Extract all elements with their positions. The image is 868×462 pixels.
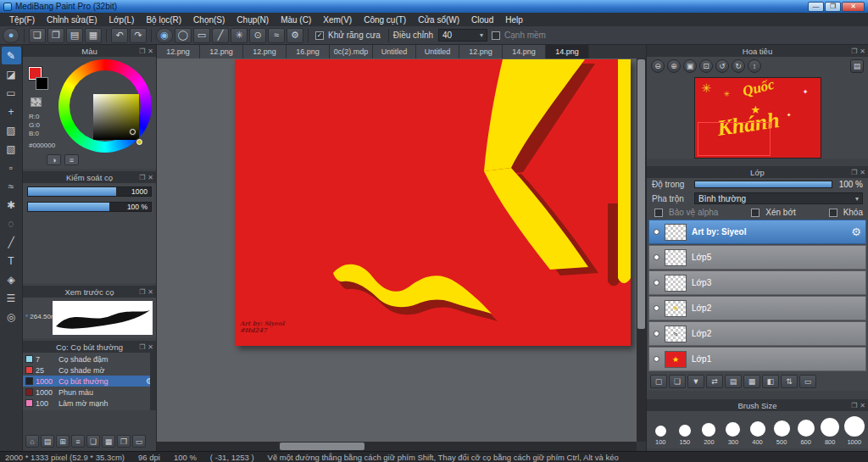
brush-tool[interactable]: ✎ xyxy=(2,47,21,64)
vertical-scrollbar[interactable] xyxy=(637,58,646,442)
softedge-checkbox[interactable] xyxy=(492,31,500,40)
lock-checkbox[interactable] xyxy=(829,209,837,217)
layer-row[interactable]: Lớp3 xyxy=(648,270,866,295)
stabilizer-button[interactable]: ◯ xyxy=(175,28,192,43)
document-tab[interactable]: 12.png xyxy=(200,45,243,58)
visibility-toggle[interactable] xyxy=(654,254,659,260)
menu-file[interactable]: Tệp(F) xyxy=(3,14,41,25)
navigator-thumbnail[interactable]: ✳ ✳ Quốc ★ Khánh ✦ ✦ xyxy=(694,77,821,159)
vanish-snap-button[interactable]: ⊙ xyxy=(249,28,266,43)
zoom-fit-button[interactable]: ▣ xyxy=(683,59,697,73)
antialias-checkbox[interactable]: ✓ xyxy=(315,31,324,40)
transfer-layer-button[interactable]: ⇄ xyxy=(706,375,723,388)
menu-edit[interactable]: Chỉnh sửa(E) xyxy=(41,14,103,25)
menu-select[interactable]: Chọn(S) xyxy=(187,14,231,25)
fill-tool[interactable]: ▨ xyxy=(2,121,21,139)
brush-item-selected[interactable]: 1000 Cọ bút thường ⚙ xyxy=(23,376,156,387)
document-tab[interactable]: Untitled xyxy=(416,45,459,58)
brush-size-option[interactable]: 150 xyxy=(673,413,698,446)
saturation-value-square[interactable] xyxy=(93,94,139,140)
brush-size-option[interactable]: 200 xyxy=(697,413,721,446)
layer-row[interactable]: ≈ Lớp2 xyxy=(648,321,866,346)
layer-row-selected[interactable]: Art by: Siyeol ⚙ xyxy=(648,220,866,244)
close-icon[interactable]: ✕ xyxy=(860,169,865,176)
popout-icon[interactable]: ❐ xyxy=(139,288,145,296)
mask-button[interactable]: ◧ xyxy=(762,375,779,388)
document-tab[interactable]: 12.png xyxy=(157,45,200,58)
popout-icon[interactable]: ❐ xyxy=(139,174,145,181)
close-icon[interactable]: ✕ xyxy=(860,47,865,55)
document-tab[interactable]: 0c(2).mdp xyxy=(330,45,373,58)
menu-window[interactable]: Cửa sổ(W) xyxy=(412,14,465,25)
brush-folder-button[interactable]: ❐ xyxy=(117,435,131,448)
zoom-tool[interactable]: ◎ xyxy=(2,308,21,326)
rotate-right-button[interactable]: ↻ xyxy=(732,59,745,73)
add-brush-button[interactable]: ⊞ xyxy=(56,435,70,448)
maximize-button[interactable]: ❐ xyxy=(825,2,841,12)
reset-view-button[interactable]: ↕ xyxy=(748,59,761,73)
layer-opacity-slider[interactable] xyxy=(694,181,832,188)
duplicate-layer-button[interactable]: ❏ xyxy=(669,375,686,388)
duplicate-brush-button[interactable]: ❏ xyxy=(86,435,100,448)
brush-size-option[interactable]: 600 xyxy=(793,413,818,446)
comment-list-button[interactable]: ❐ xyxy=(47,28,64,43)
merge-down-button[interactable]: ▼ xyxy=(687,375,704,388)
horizontal-scrollbar[interactable] xyxy=(157,442,637,451)
vscroll-thumb[interactable] xyxy=(637,59,645,329)
move-tool[interactable]: + xyxy=(2,103,21,120)
brush-grid-button[interactable]: ▦ xyxy=(102,435,115,448)
clipping-checkbox[interactable] xyxy=(751,209,760,217)
brush-size-option[interactable]: 1000 xyxy=(843,413,867,446)
line-snap-button[interactable]: ╱ xyxy=(212,28,229,43)
eraser-tool[interactable]: ◪ xyxy=(2,65,21,83)
alpha-protect-checkbox[interactable] xyxy=(654,209,663,217)
adjust-dropdown[interactable]: 40 ▾ xyxy=(438,29,487,42)
popout-icon[interactable]: ❐ xyxy=(139,47,145,55)
brush-list-scrollbar[interactable] xyxy=(150,353,156,410)
close-icon[interactable]: ✕ xyxy=(147,47,153,55)
document-tab[interactable]: 14.png xyxy=(503,45,546,58)
grid-view-button[interactable]: ▦ xyxy=(85,28,102,43)
layer-row[interactable]: Lớp5 xyxy=(648,245,866,270)
menu-help[interactable]: Help xyxy=(499,14,529,25)
save-brush-button[interactable]: ▤ xyxy=(41,435,54,448)
flip-view-button[interactable]: ▤ xyxy=(850,59,864,73)
document-tab-active[interactable]: 14.png xyxy=(546,45,589,58)
zoom-100-button[interactable]: ⊡ xyxy=(699,59,713,73)
curve-snap-button[interactable]: ≈ xyxy=(268,28,285,43)
close-icon[interactable]: ✕ xyxy=(147,174,153,181)
canvas-workspace[interactable]: Art by: Siyeol #Hd247 xyxy=(157,58,646,451)
menu-tools[interactable]: Công cụ(T) xyxy=(358,14,412,25)
undo-button[interactable]: ↶ xyxy=(111,28,128,43)
slider-mode-button[interactable]: ≡ xyxy=(64,154,79,165)
line-tool[interactable]: ╱ xyxy=(2,233,21,251)
gradient-tool[interactable]: ▧ xyxy=(2,140,21,158)
menu-color[interactable]: Màu (C) xyxy=(275,14,317,25)
zoom-in-button[interactable]: ⊕ xyxy=(667,59,681,73)
blend-mode-dropdown[interactable]: Bình thường ▾ xyxy=(694,192,863,204)
shape-button[interactable]: ▭ xyxy=(193,28,210,43)
layer-row[interactable]: ★ Lớp1 xyxy=(648,347,866,371)
eyedropper-tool[interactable]: ◈ xyxy=(2,270,21,288)
background-color-swatch[interactable] xyxy=(36,77,48,90)
text-tool[interactable]: T xyxy=(2,252,21,270)
rect-select-tool[interactable]: ▭ xyxy=(2,84,21,102)
comment-button[interactable]: ❏ xyxy=(29,28,46,43)
reorder-button[interactable]: ⇅ xyxy=(781,375,798,388)
document-tab[interactable]: Untitled xyxy=(373,45,416,58)
document-tab[interactable]: 12.png xyxy=(459,45,503,58)
menu-view[interactable]: Xem(V) xyxy=(317,14,358,25)
popout-icon[interactable]: ❐ xyxy=(139,343,145,351)
document-tab[interactable]: 12.png xyxy=(243,45,287,58)
hscroll-thumb[interactable] xyxy=(280,443,364,450)
select-tool[interactable]: ▫ xyxy=(2,159,21,176)
brush-item[interactable]: 100 Làm mờ mạnh xyxy=(23,398,156,409)
popout-icon[interactable]: ❐ xyxy=(851,47,857,55)
hand-tool[interactable]: ☰ xyxy=(2,289,21,307)
visibility-toggle[interactable] xyxy=(654,331,659,337)
close-icon[interactable]: ✕ xyxy=(147,343,153,351)
brush-size-option[interactable]: 400 xyxy=(745,413,770,446)
rotate-left-button[interactable]: ↺ xyxy=(715,59,729,73)
close-icon[interactable]: ✕ xyxy=(147,288,153,296)
delete-brush-button[interactable]: ▭ xyxy=(132,435,146,448)
